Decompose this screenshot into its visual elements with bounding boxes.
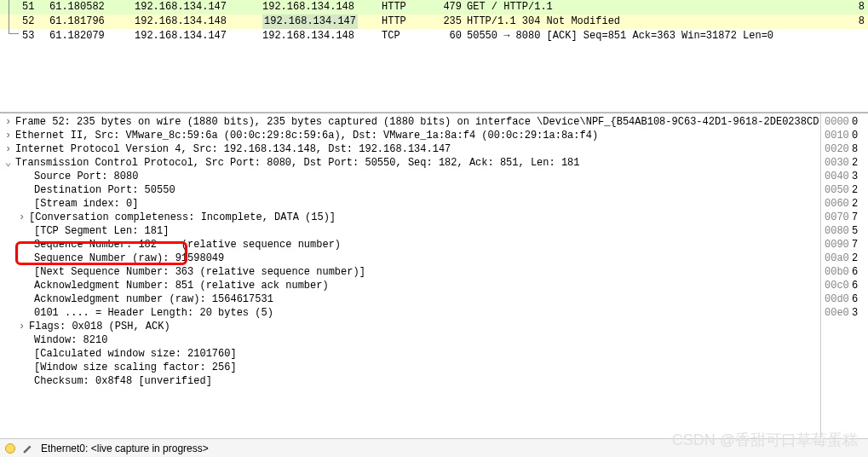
detail-tcp[interactable]: ⌄Transmission Control Protocol, Src Port… [0,156,820,170]
detail-ack-raw[interactable]: Acknowledgment number (raw): 1564617531 [0,292,820,306]
col-time: 61.182079 [49,29,135,43]
hex-row[interactable]: 00c06 [825,279,865,292]
expert-info-icon[interactable] [5,443,15,454]
hex-byte: 2 [852,183,858,197]
hex-row[interactable]: 00805 [825,224,865,238]
packet-row[interactable]: 5261.181796192.168.134.148192.168.134.14… [0,14,868,29]
packet-list[interactable]: 5161.180582192.168.134.147192.168.134.14… [0,0,868,113]
detail-seq-number[interactable]: Sequence Number: 182 (relative sequence … [0,238,820,252]
packet-row[interactable]: 5161.180582192.168.134.147192.168.134.14… [0,0,868,14]
hex-offset: 00a0 [825,252,852,265]
hex-row[interactable]: 00100 [825,129,865,142]
detail-tcp-seg-len[interactable]: [TCP Segment Len: 181] [0,224,820,238]
hex-row[interactable]: 00000 [825,115,865,129]
detail-conversation[interactable]: ›[Conversation completeness: Incomplete,… [0,211,820,224]
hex-byte: 2 [852,197,858,211]
hex-row[interactable]: 00208 [825,142,865,156]
hex-byte: 5 [852,224,858,238]
detail-frame[interactable]: ›Frame 52: 235 bytes on wire (1880 bits)… [0,115,820,129]
col-info: GET / HTTP/1.1 [467,0,858,14]
chevron-right-icon[interactable]: › [19,320,29,333]
hex-byte: 6 [852,265,858,279]
detail-src-port[interactable]: Source Port: 8080 [0,170,820,183]
hex-byte: 3 [852,306,858,320]
hex-row[interactable]: 00e03 [825,306,865,320]
chevron-down-icon[interactable]: ⌄ [5,156,15,170]
col-info: 50550 → 8080 [ACK] Seq=851 Ack=363 Win=3… [467,29,858,43]
col-time: 61.181796 [49,14,135,29]
col-end: 8 [858,14,868,29]
col-time: 61.180582 [49,0,135,14]
chevron-right-icon[interactable]: › [5,129,15,142]
packet-row[interactable]: 5361.182079192.168.134.147192.168.134.14… [0,29,868,43]
detail-seq-raw[interactable]: Sequence Number (raw): 91598049 [0,252,820,265]
hex-offset: 0000 [825,115,852,129]
hex-row[interactable]: 00502 [825,183,865,197]
hex-byte: 2 [852,252,858,265]
hex-offset: 0020 [825,142,852,156]
hex-dump-pane[interactable]: 0000000100002080030200403005020060200707… [820,113,868,438]
col-length: 479 [433,0,467,14]
detail-stream-index[interactable]: [Stream index: 0] [0,197,820,211]
detail-ip[interactable]: ›Internet Protocol Version 4, Src: 192.1… [0,142,820,156]
col-end: 8 [858,0,868,14]
hex-row[interactable]: 00907 [825,238,865,252]
col-source: 192.168.134.148 [135,14,262,29]
hex-offset: 00e0 [825,306,852,320]
detail-window[interactable]: Window: 8210 [0,333,820,347]
chevron-right-icon[interactable]: › [19,211,29,224]
status-bar: Ethernet0: <live capture in progress> [0,438,868,457]
hex-row[interactable]: 00302 [825,156,865,170]
hex-row[interactable]: 00b06 [825,265,865,279]
col-length: 60 [433,29,467,43]
detail-flags[interactable]: ›Flags: 0x018 (PSH, ACK) [0,320,820,333]
hex-byte: 0 [852,115,858,129]
detail-ethernet[interactable]: ›Ethernet II, Src: VMware_8c:59:6a (00:0… [0,129,820,142]
detail-checksum[interactable]: Checksum: 0x8f48 [unverified] [0,374,820,388]
hex-byte: 3 [852,170,858,183]
hex-offset: 00b0 [825,265,852,279]
col-length: 235 [433,14,467,29]
hex-byte: 2 [852,156,858,170]
hex-offset: 0030 [825,156,852,170]
hex-offset: 0010 [825,129,852,142]
hex-byte: 0 [852,129,858,142]
hex-offset: 0070 [825,211,852,224]
packet-details-pane[interactable]: ›Frame 52: 235 bytes on wire (1880 bits)… [0,113,820,438]
hex-byte: 8 [852,142,858,156]
hex-row[interactable]: 00602 [825,197,865,211]
hex-offset: 00c0 [825,279,852,292]
detail-next-seq[interactable]: [Next Sequence Number: 363 (relative seq… [0,265,820,279]
hex-offset: 0080 [825,224,852,238]
hex-offset: 0040 [825,170,852,183]
tree-guide [9,0,19,34]
chevron-right-icon[interactable]: › [5,115,15,129]
hex-row[interactable]: 00403 [825,170,865,183]
detail-calc-window[interactable]: [Calculated window size: 2101760] [0,347,820,361]
detail-dst-port[interactable]: Destination Port: 50550 [0,183,820,197]
col-end [858,29,868,43]
hex-offset: 0050 [825,183,852,197]
detail-win-scale[interactable]: [Window size scaling factor: 256] [0,361,820,374]
packet-list-blank [0,43,868,112]
edit-icon[interactable] [22,443,34,454]
detail-header-length[interactable]: 0101 .... = Header Length: 20 bytes (5) [0,306,820,320]
chevron-right-icon[interactable]: › [5,142,15,156]
col-source: 192.168.134.147 [135,0,262,14]
detail-ack-number[interactable]: Acknowledgment Number: 851 (relative ack… [0,279,820,292]
status-interface-text: Ethernet0: <live capture in progress> [41,443,209,454]
hex-row[interactable]: 00a02 [825,252,865,265]
col-protocol: TCP [382,29,433,43]
col-protocol: HTTP [382,14,433,29]
col-info: HTTP/1.1 304 Not Modified [467,14,858,29]
hex-row[interactable]: 00d06 [825,292,865,306]
hex-byte: 7 [852,238,858,252]
hex-byte: 6 [852,279,858,292]
hex-byte: 7 [852,211,858,224]
hex-row[interactable]: 00707 [825,211,865,224]
hex-offset: 00d0 [825,292,852,306]
col-destination: 192.168.134.148 [262,0,382,14]
hex-offset: 0090 [825,238,852,252]
col-source: 192.168.134.147 [135,29,262,43]
hex-byte: 6 [852,292,858,306]
